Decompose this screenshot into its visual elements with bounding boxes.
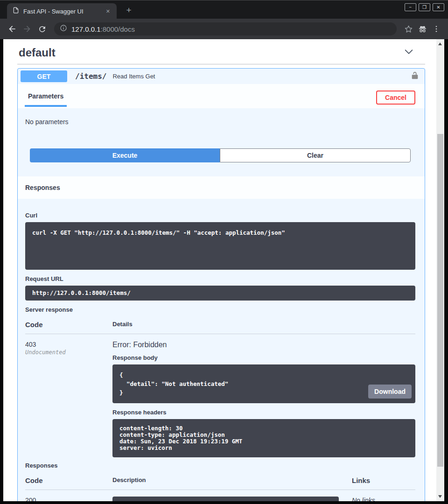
- parameters-header: Parameters Cancel: [18, 84, 425, 108]
- scrollbar-thumb[interactable]: [437, 134, 443, 467]
- details-cell: Error: Forbidden Response body { "detail…: [112, 341, 415, 457]
- parameters-body: No parameters Execute Clear: [18, 108, 425, 176]
- responses-table-header: Code Description Links: [25, 476, 415, 490]
- responses-body: Curl curl -X GET "http://127.0.0.1:8000/…: [18, 199, 425, 501]
- no-links-text: No links: [352, 497, 415, 501]
- reload-icon[interactable]: [35, 21, 49, 36]
- code-column-header: Code: [25, 321, 112, 329]
- clear-button[interactable]: Clear: [220, 148, 411, 162]
- links-column-header: Links: [352, 476, 415, 484]
- browser-toolbar: 127.0.0.1:8000/docs: [0, 19, 448, 39]
- browser-tab[interactable]: Fast API - Swagger UI ✕: [7, 3, 117, 19]
- curl-command-block[interactable]: curl -X GET "http://127.0.0.1:8000/items…: [25, 222, 415, 270]
- scroll-up-icon[interactable]: [438, 42, 442, 45]
- download-button[interactable]: Download: [368, 385, 412, 399]
- default-section-header[interactable]: default: [3, 39, 436, 59]
- request-url-label: Request URL: [25, 275, 415, 282]
- new-tab-button[interactable]: +: [123, 4, 135, 16]
- close-button[interactable]: ✕: [433, 3, 444, 11]
- swagger-page: default GET /items/ Read Items Get Param…: [3, 39, 436, 501]
- opblock-get-items: GET /items/ Read Items Get Parameters Ca…: [17, 68, 425, 501]
- document-icon: [13, 7, 19, 15]
- menu-dots-icon[interactable]: [429, 22, 443, 36]
- no-parameters-text: No parameters: [18, 118, 425, 126]
- lock-open-icon[interactable]: [411, 71, 419, 82]
- execute-button[interactable]: Execute: [30, 148, 220, 162]
- info-icon[interactable]: [60, 24, 67, 34]
- status-cell: 403 Undocumented: [25, 341, 112, 457]
- page-scrollbar[interactable]: [436, 39, 444, 501]
- description-cell: Successful Response: [112, 497, 352, 501]
- method-badge: GET: [21, 70, 67, 82]
- server-response-row: 403 Undocumented Error: Forbidden Respon…: [25, 334, 415, 457]
- request-url-block: http://127.0.0.1:8000/items/: [25, 286, 415, 301]
- chevron-down-icon[interactable]: [404, 47, 414, 59]
- description-column-header: Description: [112, 476, 352, 484]
- tab-close-icon[interactable]: ✕: [104, 7, 112, 15]
- response-body-block: { "detail": "Not authenticated" } Downlo…: [112, 364, 415, 403]
- star-icon[interactable]: [401, 22, 415, 36]
- error-text: Error: Forbidden: [112, 341, 415, 349]
- description-block: Successful Response: [112, 497, 339, 501]
- browser-window: Fast API - Swagger UI ✕ + − ❐ ✕ 127.0.0.…: [0, 0, 448, 504]
- incognito-icon[interactable]: [415, 22, 429, 36]
- url-text[interactable]: 127.0.0.1:8000/docs: [71, 25, 135, 33]
- tab-parameters[interactable]: Parameters: [25, 92, 67, 107]
- scroll-down-icon[interactable]: [438, 495, 442, 498]
- responses-table-label: Responses: [25, 462, 415, 469]
- response-headers-label: Response headers: [112, 409, 415, 416]
- maximize-button[interactable]: ❐: [419, 3, 430, 11]
- address-bar[interactable]: 127.0.0.1:8000/docs: [54, 22, 397, 35]
- status-code: 403: [25, 341, 112, 348]
- curl-command: curl -X GET "http://127.0.0.1:8000/items…: [32, 228, 408, 237]
- forward-icon[interactable]: [20, 21, 35, 36]
- request-url-value: http://127.0.0.1:8000/items/: [32, 290, 408, 296]
- server-response-label: Server response: [25, 306, 415, 313]
- titlebar: Fast API - Swagger UI ✕ + − ❐ ✕: [0, 0, 448, 19]
- op-path: /items/: [75, 72, 106, 81]
- opblock-summary[interactable]: GET /items/ Read Items Get: [18, 69, 425, 84]
- code-column-header: Code: [25, 476, 112, 484]
- execute-row: Execute Clear: [30, 148, 411, 162]
- response-200-row: 200 Successful Response No links: [25, 490, 415, 501]
- response-body-label: Response body: [112, 354, 415, 361]
- undocumented-label: Undocumented: [25, 349, 112, 356]
- section-divider: [17, 64, 425, 64]
- tab-title: Fast API - Swagger UI: [23, 8, 104, 15]
- responses-band: Responses: [18, 176, 425, 199]
- window-controls: − ❐ ✕: [405, 3, 444, 11]
- response-headers-block: content-length: 30 content-type: applica…: [112, 419, 415, 457]
- details-column-header: Details: [112, 321, 415, 329]
- curl-label: Curl: [25, 212, 415, 219]
- server-response-table-header: Code Details: [25, 321, 415, 334]
- status-code: 200: [25, 497, 112, 501]
- cancel-button[interactable]: Cancel: [376, 91, 415, 105]
- page-title: default: [19, 46, 56, 59]
- op-summary-text: Read Items Get: [112, 73, 411, 80]
- minimize-button[interactable]: −: [405, 3, 416, 11]
- back-icon[interactable]: [5, 21, 20, 36]
